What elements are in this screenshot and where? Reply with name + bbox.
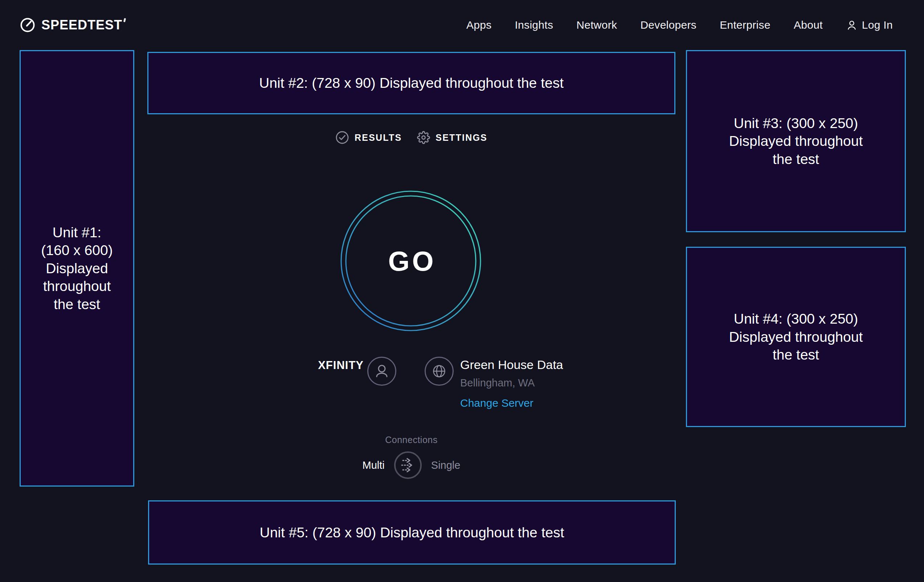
nav-item-apps[interactable]: Apps — [466, 19, 492, 31]
ad-unit-2-label: Unit #2: (728 x 90) Displayed throughout… — [259, 74, 564, 92]
connections-multi-option[interactable]: Multi — [363, 459, 385, 472]
connections-row: Multi Single — [147, 451, 675, 480]
header: SPEEDTEST Apps Insights Network Develope… — [0, 0, 924, 50]
logo-text: SPEEDTEST — [41, 17, 122, 33]
login-label: Log In — [862, 19, 893, 31]
multi-connection-arrows-icon — [393, 451, 422, 480]
main-nav: Apps Insights Network Developers Enterpr… — [466, 19, 893, 31]
server-info: Green House Data Bellingham, WA Change S… — [460, 357, 563, 409]
nav-item-developers[interactable]: Developers — [640, 19, 696, 31]
ad-unit-2-leaderboard[interactable]: Unit #2: (728 x 90) Displayed throughout… — [147, 52, 675, 114]
ad-unit-1-skyscraper[interactable]: Unit #1: (160 x 600) Displayed throughou… — [20, 50, 134, 486]
ad-unit-5-leaderboard[interactable]: Unit #5: (728 x 90) Displayed throughout… — [148, 500, 676, 565]
connections-toggle[interactable] — [393, 451, 422, 480]
tab-results-label: RESULTS — [355, 132, 402, 143]
gear-icon — [417, 131, 430, 144]
server-globe-icon — [424, 356, 454, 386]
connections-label: Connections — [147, 435, 675, 445]
server-location: Bellingham, WA — [460, 377, 563, 389]
change-server-link[interactable]: Change Server — [460, 397, 563, 409]
login-button[interactable]: Log In — [846, 19, 893, 31]
ad-unit-4-label: Unit #4: (300 x 250) Displayed throughou… — [729, 310, 863, 364]
ad-unit-3-rectangle[interactable]: Unit #3: (300 x 250) Displayed throughou… — [686, 50, 906, 232]
speedometer-gauge-icon — [20, 17, 36, 33]
ad-unit-1-label: Unit #1: (160 x 600) Displayed throughou… — [41, 224, 112, 313]
ad-unit-4-rectangle[interactable]: Unit #4: (300 x 250) Displayed throughou… — [686, 247, 906, 427]
go-button-label: GO — [340, 190, 482, 331]
isp-name: XFINITY — [255, 359, 364, 372]
ad-unit-3-label: Unit #3: (300 x 250) Displayed throughou… — [729, 114, 863, 168]
tab-settings-label: SETTINGS — [436, 132, 487, 143]
nav-item-enterprise[interactable]: Enterprise — [720, 19, 771, 31]
ad-unit-5-label: Unit #5: (728 x 90) Displayed throughout… — [260, 524, 564, 542]
isp-ip-redacted — [284, 381, 363, 392]
logo[interactable]: SPEEDTEST — [20, 17, 125, 33]
speedtest-page: SPEEDTEST Apps Insights Network Develope… — [0, 0, 924, 582]
go-button[interactable]: GO — [340, 190, 482, 331]
logo-trademark-icon — [124, 18, 126, 23]
nav-item-network[interactable]: Network — [576, 19, 617, 31]
tabs-bar: RESULTS SETTINGS — [147, 130, 675, 144]
nav-item-about[interactable]: About — [794, 19, 823, 31]
isp-user-circle-icon — [367, 356, 397, 386]
user-icon — [846, 19, 858, 31]
tab-results[interactable]: RESULTS — [335, 130, 402, 144]
tab-settings[interactable]: SETTINGS — [417, 131, 487, 144]
connections-single-option[interactable]: Single — [431, 459, 460, 472]
check-circle-icon — [335, 130, 349, 144]
server-name: Green House Data — [460, 357, 563, 372]
nav-item-insights[interactable]: Insights — [515, 19, 553, 31]
